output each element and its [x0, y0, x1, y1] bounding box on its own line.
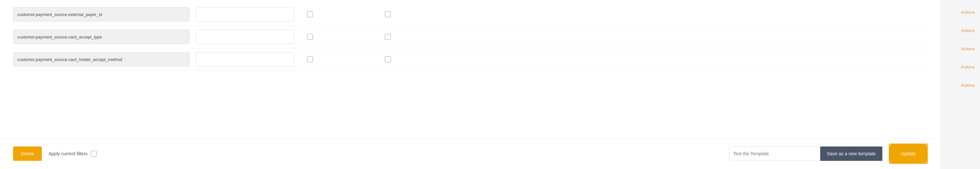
rows-container [0, 0, 941, 71]
template-name-input[interactable] [729, 147, 820, 161]
main-panel: Delete Apply current filters Save as a n… [0, 0, 941, 169]
sidebar-action-1[interactable]: Actions [941, 3, 980, 22]
bottom-bar: Delete Apply current filters Save as a n… [0, 138, 941, 169]
checkbox-item-2b[interactable] [385, 34, 391, 40]
field-row [13, 48, 928, 71]
sidebar: Actions Actions Actions Actions Actions [941, 0, 980, 169]
apply-filters-text: Apply current filters [48, 151, 88, 156]
checkbox-1b[interactable] [385, 11, 391, 17]
template-group: Save as a new template [729, 147, 882, 161]
field-row [13, 26, 928, 48]
delete-button[interactable]: Delete [13, 147, 42, 161]
checkbox-item-1a[interactable] [307, 11, 313, 17]
field-name-input-1[interactable] [13, 7, 189, 22]
field-value-input-3[interactable] [196, 52, 294, 66]
save-template-button[interactable]: Save as a new template [820, 147, 882, 161]
sidebar-action-3[interactable]: Actions [941, 40, 980, 58]
checkbox-group-1 [307, 11, 391, 17]
field-value-input-2[interactable] [196, 30, 294, 44]
sidebar-action-4[interactable]: Actions [941, 58, 980, 76]
update-button-wrapper: Update [889, 144, 928, 164]
apply-filters-checkbox[interactable] [91, 151, 97, 156]
checkbox-3a[interactable] [307, 57, 313, 62]
checkbox-group-3 [307, 57, 391, 62]
checkbox-item-1b[interactable] [385, 11, 391, 17]
checkbox-1a[interactable] [307, 11, 313, 17]
field-name-input-3[interactable] [13, 52, 189, 66]
checkbox-item-3a[interactable] [307, 57, 313, 62]
field-value-input-1[interactable] [196, 7, 294, 22]
checkbox-item-3b[interactable] [385, 57, 391, 62]
checkbox-item-2a[interactable] [307, 34, 313, 40]
checkbox-2a[interactable] [307, 34, 313, 40]
checkbox-group-2 [307, 34, 391, 40]
field-name-input-2[interactable] [13, 30, 189, 44]
apply-filters-label: Apply current filters [48, 151, 97, 156]
sidebar-action-2[interactable]: Actions [941, 22, 980, 40]
update-button[interactable]: Update [891, 145, 926, 162]
checkbox-2b[interactable] [385, 34, 391, 40]
sidebar-action-5[interactable]: Actions [941, 76, 980, 95]
field-row [13, 3, 928, 26]
checkbox-3b[interactable] [385, 57, 391, 62]
